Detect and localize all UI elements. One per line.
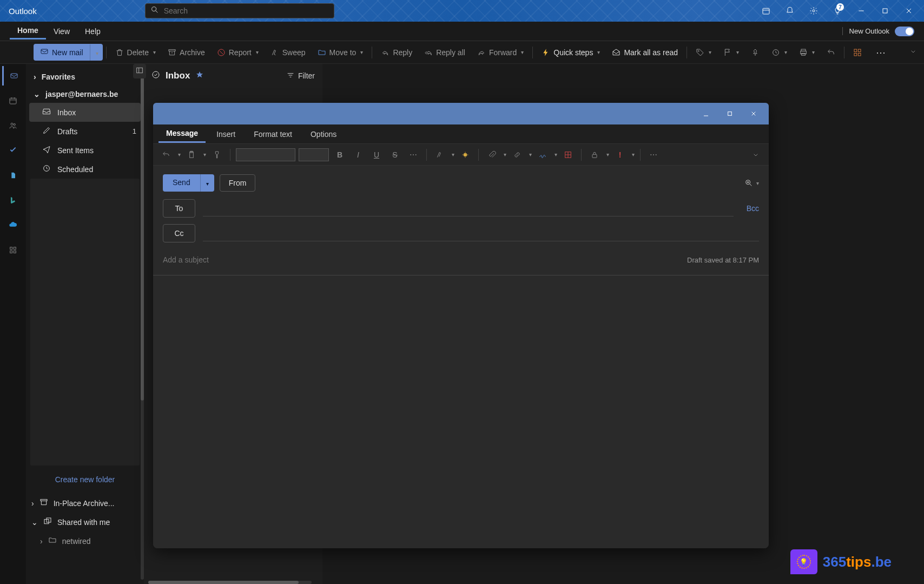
subject-input[interactable] [163,252,679,267]
svg-point-27 [11,123,13,125]
rail-bing[interactable] [2,191,24,210]
tab-home[interactable]: Home [10,23,46,40]
window-close-button[interactable] [898,2,920,19]
forward-button[interactable]: Forward▾ [472,45,529,60]
compose-minimize-button[interactable] [695,105,717,122]
importance-button[interactable]: ! [612,147,628,162]
styles-button[interactable] [432,147,447,162]
folder-sent[interactable]: Sent Items [26,141,144,160]
from-button[interactable]: From [220,174,256,192]
rail-files[interactable] [2,166,24,185]
new-outlook-toggle[interactable] [895,27,914,36]
compose-tab-format[interactable]: Format text [246,126,300,142]
reply-button[interactable]: Reply [375,45,418,60]
snooze-button[interactable]: ▾ [766,45,793,60]
quick-steps-button[interactable]: Quick steps▾ [536,45,605,60]
window-minimize-button[interactable] [850,2,872,19]
sweep-button[interactable]: Sweep [265,45,311,60]
settings-icon[interactable] [803,2,824,19]
rail-onedrive[interactable] [2,215,24,235]
compose-paste-button[interactable] [184,147,199,162]
list-scrollbar[interactable] [148,581,312,584]
print-button[interactable]: ▾ [794,45,820,60]
compose-ribbon-overflow[interactable]: ⋯ [646,147,661,162]
folder-inbox[interactable]: Inbox [29,103,141,122]
favorites-group[interactable]: ›Favorites [26,68,144,86]
format-more-button[interactable]: ⋯ [406,147,421,162]
cc-input[interactable] [203,225,759,241]
attach-button[interactable] [484,147,499,162]
reply-all-button[interactable]: Reply all [419,45,471,60]
flag-button[interactable]: ▾ [718,45,744,60]
tips-icon[interactable]: 7 [827,2,848,19]
bcc-link[interactable]: Bcc [747,204,759,213]
compose-tab-insert[interactable]: Insert [209,126,243,142]
calendar-peek-icon[interactable] [755,2,777,19]
sensitivity-button[interactable] [587,147,602,162]
chevron-down-icon: ⌄ [31,518,38,527]
cc-button[interactable]: Cc [163,224,195,242]
new-mail-button[interactable]: New mail ▾ [34,44,103,61]
compose-tab-options[interactable]: Options [303,126,344,142]
rail-todo[interactable] [2,141,24,160]
send-options-dropdown[interactable]: ▾ [200,174,214,192]
mark-all-read-button[interactable]: Mark all as read [606,45,683,60]
compose-close-button[interactable] [743,105,764,122]
font-family-select[interactable] [236,148,295,161]
link-button[interactable] [510,147,525,162]
compose-tab-message[interactable]: Message [159,125,206,143]
strikethrough-button[interactable]: S [387,147,402,162]
folder-scheduled[interactable]: Scheduled [26,160,144,179]
compose-maximize-button[interactable] [719,105,741,122]
search-input[interactable] [145,3,334,18]
editor-button[interactable] [458,147,473,162]
rail-more-apps[interactable] [2,240,24,260]
folder-inplace-archive[interactable]: ›In-Place Archive... [26,494,144,513]
tab-view[interactable]: View [46,24,77,39]
table-button[interactable] [560,147,576,162]
underline-button[interactable]: U [369,147,384,162]
format-painter-button[interactable] [209,147,225,162]
italic-button[interactable]: I [351,147,366,162]
create-new-folder-link[interactable]: Create new folder [26,465,144,494]
tab-help[interactable]: Help [77,24,108,39]
addins-button[interactable] [848,45,867,60]
window-maximize-button[interactable] [874,2,896,19]
undo-button[interactable] [821,45,841,60]
favorite-star-icon[interactable] [195,70,204,81]
archive-button[interactable]: Archive [162,45,210,60]
new-mail-dropdown[interactable]: ▾ [90,44,103,61]
select-all-icon[interactable] [151,70,160,81]
filter-button[interactable]: Filter [286,71,315,81]
pin-button[interactable] [745,45,765,60]
drafts-count: 1 [133,127,136,135]
rail-mail[interactable] [2,66,24,86]
bold-button[interactable]: B [332,147,347,162]
delete-button[interactable]: Delete▾ [110,45,161,60]
folder-netwired[interactable]: ›netwired [26,531,144,550]
send-button[interactable]: Send ▾ [163,174,214,192]
to-input[interactable] [203,200,734,216]
zoom-button[interactable]: ▾ [744,179,759,187]
compose-body[interactable] [153,275,769,548]
font-size-select[interactable] [299,148,329,161]
move-to-button[interactable]: Move to▾ [312,45,369,60]
sweep-icon [270,48,279,57]
to-button[interactable]: To [163,199,195,218]
signature-button[interactable] [535,147,550,162]
compose-undo-button[interactable] [159,147,174,162]
ribbon-expand-button[interactable] [907,45,920,60]
account-group[interactable]: ⌄jasper@bernaers.be [26,86,144,103]
folder-shared[interactable]: ⌄Shared with me [26,513,144,531]
collapse-folder-pane[interactable] [133,64,146,78]
report-button[interactable]: Report▾ [212,45,264,60]
rail-calendar[interactable] [2,91,24,110]
rail-people[interactable] [2,116,24,135]
folder-drafts[interactable]: Drafts1 [26,122,144,141]
compose-ribbon-expand[interactable] [748,147,763,162]
ribbon-overflow[interactable]: ⋯ [872,44,890,61]
svg-point-0 [151,7,156,11]
tag-button[interactable]: ▾ [690,45,717,60]
menubar: Home View Help New Outlook [0,22,924,41]
notifications-icon[interactable] [779,2,801,19]
